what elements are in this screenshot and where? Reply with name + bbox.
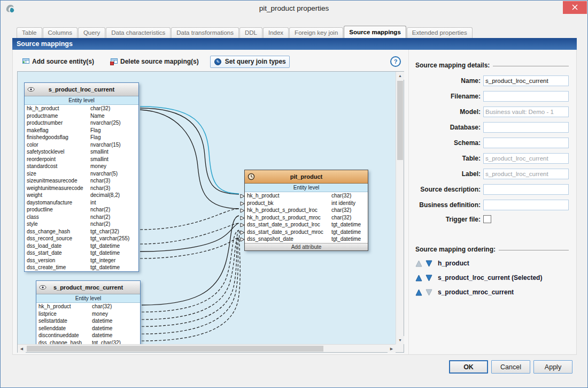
business-definition-field[interactable]	[483, 200, 569, 210]
name-field[interactable]	[483, 75, 569, 86]
cancel-button[interactable]: Cancel	[491, 360, 530, 374]
entity-column-row[interactable]: dss_start_datetgt_datetime	[25, 249, 138, 257]
entity-column-row[interactable]: makeflagFlag	[25, 127, 138, 134]
entity-column-row[interactable]: dss_start_date_s_product_lroctgt_datetim…	[245, 221, 368, 229]
entity-column-row[interactable]: hk_h_product_s_product_lrocchar(32)	[245, 207, 368, 214]
set-query-join-types-button[interactable]: Set query join types	[210, 56, 290, 68]
entity-column-row[interactable]: stylenchar(2)	[25, 220, 138, 228]
entity-column-row[interactable]: weightdecimal(8,2)	[25, 192, 138, 199]
move-up-arrow-icon[interactable]	[415, 275, 422, 282]
entity-column-row[interactable]: dss_change_hashtgt_char(32)	[25, 228, 138, 235]
diagram-canvas[interactable]: s_product_lroc_currentEntity levelhk_h_p…	[18, 72, 396, 344]
entity-s_product_lroc_current[interactable]: s_product_lroc_currentEntity levelhk_h_p…	[24, 82, 139, 272]
entity-column-row[interactable]: standardcostmoney	[25, 163, 138, 170]
column-type: tgt_char(32)	[90, 228, 136, 235]
entity-column-row[interactable]: reorderpointsmallint	[25, 156, 138, 163]
entity-column-row[interactable]: sellstartdatedatetime	[36, 317, 140, 325]
add-attribute-button[interactable]: Add attribute	[245, 243, 368, 250]
trigger-file-checkbox[interactable]	[483, 215, 491, 223]
entity-column-row[interactable]: dss_create_timetgt_datetime	[25, 264, 138, 271]
scroll-left-arrow-icon[interactable]: ◀	[18, 345, 26, 353]
model-field[interactable]	[483, 106, 569, 117]
tab-extended-properties[interactable]: Extended properties	[407, 27, 473, 38]
entity-header[interactable]: pit_product	[245, 170, 368, 184]
horizontal-scroll-thumb[interactable]	[27, 346, 323, 352]
column-type: datetime	[92, 317, 138, 325]
entity-column-row[interactable]: productnumbernvarchar(25)	[25, 119, 138, 127]
column-name: productline	[27, 206, 90, 214]
scroll-up-arrow-icon[interactable]: ▲	[396, 72, 404, 80]
entity-column-row[interactable]: hk_h_productchar(32)	[25, 105, 138, 112]
tab-query[interactable]: Query	[78, 27, 105, 38]
entity-column-row[interactable]: finishedgoodsflagFlag	[25, 134, 138, 141]
table-field[interactable]	[483, 153, 569, 164]
entity-column-row[interactable]: classnchar(2)	[25, 214, 138, 221]
tab-source-mappings[interactable]: Source mappings	[344, 26, 406, 38]
tab-ddl[interactable]: DDL	[239, 27, 262, 38]
tab-columns[interactable]: Columns	[43, 27, 78, 38]
entity-column-row[interactable]: hk_h_productchar(32)	[245, 192, 368, 200]
source-description-field[interactable]	[483, 184, 569, 195]
entity-column-row[interactable]: hk_h_product_s_product_mrocchar(32)	[245, 214, 368, 222]
join-anchor-icon	[240, 193, 245, 198]
label-field[interactable]	[483, 169, 569, 179]
entity-header[interactable]: s_product_lroc_current	[25, 83, 138, 96]
entity-s_product_mroc_current[interactable]: s_product_mroc_currentEntity levelhk_h_p…	[36, 280, 141, 344]
apply-button[interactable]: Apply	[533, 360, 572, 374]
column-name: class	[27, 214, 90, 221]
database-field[interactable]	[483, 122, 569, 133]
entity-column-row[interactable]: dss_start_date_s_product_mroctgt_datetim…	[245, 229, 368, 236]
tab-foreign-key-join[interactable]: Foreign key join	[289, 27, 343, 38]
column-type: char(32)	[331, 192, 366, 200]
entity-column-row[interactable]: product_bkint identity	[245, 200, 368, 207]
entity-column-row[interactable]: dss_load_datetgt_datetime	[25, 242, 138, 250]
entity-column-row[interactable]: dss_snapshot_datetgt_datetime	[245, 235, 368, 243]
section-header: Source mappings	[12, 38, 577, 50]
entity-pit_product[interactable]: pit_productEntity levelhk_h_productchar(…	[244, 170, 368, 251]
entity-column-row[interactable]: dss_change_hashtgt_char(32)	[36, 339, 140, 345]
add-source-entity-button[interactable]: Add source entity(s)	[17, 56, 98, 68]
entity-column-row[interactable]: dss_record_sourcetgt_varchar(255)	[25, 235, 138, 242]
column-type: char(32)	[92, 303, 138, 310]
schema-field[interactable]	[483, 138, 569, 148]
scroll-down-arrow-icon[interactable]: ▼	[396, 336, 404, 344]
move-up-arrow-icon[interactable]	[415, 289, 422, 296]
scroll-right-arrow-icon[interactable]: ▶	[388, 345, 396, 353]
entity-column-row[interactable]: safetystocklevelsmallint	[25, 148, 138, 156]
horizontal-scrollbar[interactable]: ◀ ▶	[18, 344, 396, 352]
column-type: smallint	[90, 148, 136, 156]
tab-index[interactable]: Index	[263, 27, 289, 38]
entity-header[interactable]: s_product_mroc_current	[36, 281, 140, 294]
model-row: Model:	[415, 106, 569, 117]
title-bar[interactable]: pit_product properties	[1, 1, 587, 17]
business-definition-row: Business definition:	[415, 200, 569, 210]
entity-column-row[interactable]: daystomanufactureint	[25, 199, 138, 207]
vertical-scroll-thumb[interactable]	[397, 81, 403, 160]
tab-table[interactable]: Table	[17, 27, 42, 38]
tab-data-transformations[interactable]: Data transformations	[171, 27, 239, 38]
entity-column-row[interactable]: productnameName	[25, 112, 138, 120]
entity-column-row[interactable]: sizenvarchar(5)	[25, 170, 138, 178]
entity-column-row[interactable]: listpricemoney	[36, 310, 140, 318]
tab-data-characteristics[interactable]: Data characteristics	[106, 27, 171, 38]
column-name: dss_start_date_s_product_mroc	[247, 229, 331, 236]
entity-column-row[interactable]: discontinueddatedatetime	[36, 332, 140, 339]
column-type: tgt_datetime	[331, 221, 366, 229]
entity-column-row[interactable]: sizeunitmeasurecodenchar(3)	[25, 177, 138, 185]
table-row: Table:	[415, 153, 569, 164]
group-rule	[493, 66, 569, 66]
entity-column-row[interactable]: hk_h_productchar(32)	[36, 303, 140, 310]
filename-field[interactable]	[483, 91, 569, 102]
entity-column-row[interactable]: colornvarchar(15)	[25, 141, 138, 149]
help-icon[interactable]: ?	[390, 56, 401, 67]
entity-column-row[interactable]: dss_versiontgt_integer	[25, 257, 138, 264]
move-down-arrow-icon[interactable]	[425, 260, 432, 267]
entity-column-row[interactable]: weightunitmeasurecodenchar(3)	[25, 185, 138, 192]
entity-column-row[interactable]: productlinenchar(2)	[25, 206, 138, 214]
close-button[interactable]	[563, 1, 587, 14]
vertical-scrollbar[interactable]: ▲ ▼	[396, 72, 404, 344]
entity-column-row[interactable]: sellenddatedatetime	[36, 325, 140, 332]
delete-source-mapping-button[interactable]: Delete source mapping(s)	[105, 56, 203, 68]
move-down-arrow-icon[interactable]	[425, 275, 432, 282]
ok-button[interactable]: OK	[449, 360, 488, 374]
